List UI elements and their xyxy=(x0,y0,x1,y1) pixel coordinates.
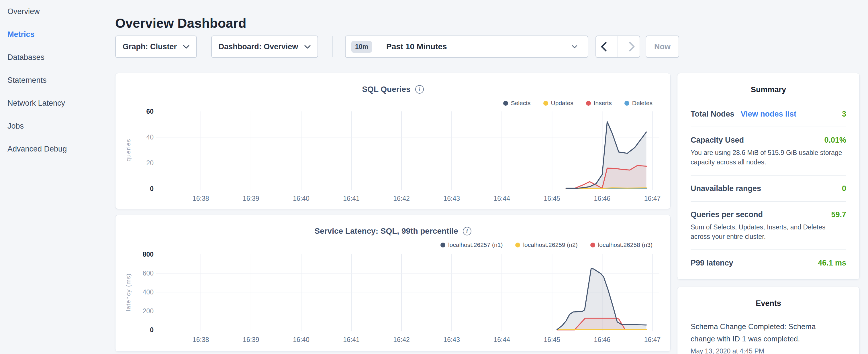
svg-text:16:41: 16:41 xyxy=(343,336,360,344)
summary-label: Capacity Used xyxy=(691,136,744,144)
summary-label: P99 latency xyxy=(691,259,733,267)
svg-text:16:39: 16:39 xyxy=(243,336,259,344)
time-nav-group xyxy=(595,35,640,58)
chevron-down-icon xyxy=(572,45,578,49)
time-forward-button[interactable] xyxy=(624,36,640,57)
summary-value: 59.7 xyxy=(831,210,846,219)
svg-text:60: 60 xyxy=(146,108,154,115)
svg-text:16:42: 16:42 xyxy=(393,195,410,202)
chevron-down-icon xyxy=(183,45,189,49)
sidebar-item-statements[interactable]: Statements xyxy=(0,69,115,92)
summary-value: 0.01% xyxy=(824,136,846,144)
svg-text:600: 600 xyxy=(143,269,154,277)
view-nodes-list-link[interactable]: View nodes list xyxy=(741,110,797,119)
svg-text:16:45: 16:45 xyxy=(544,195,560,202)
event-timestamp: May 13, 2020 at 4:45 PM xyxy=(691,347,846,354)
sidebar-item-overview[interactable]: Overview xyxy=(0,0,115,23)
time-range-dropdown[interactable]: 10m Past 10 Minutes xyxy=(345,35,588,58)
page-title: Overview Dashboard xyxy=(115,15,246,31)
summary-label: Total Nodes xyxy=(691,110,735,119)
summary-value: 46.1 ms xyxy=(818,259,846,267)
svg-text:latency (ms): latency (ms) xyxy=(125,273,131,311)
sidebar: Overview Metrics Databases Statements Ne… xyxy=(0,0,115,160)
svg-text:16:47: 16:47 xyxy=(644,336,661,344)
dashboard-label: Dashboard: Overview xyxy=(219,42,298,51)
svg-text:16:44: 16:44 xyxy=(494,195,510,202)
sql-queries-plot[interactable]: 16:3816:3916:4016:4116:4216:4316:4416:45… xyxy=(116,73,671,210)
graph-source-label: Graph: Cluster xyxy=(123,42,177,51)
time-range-badge: 10m xyxy=(351,41,372,53)
summary-row-total-nodes: Total Nodes View nodes list 3 xyxy=(691,110,846,119)
svg-text:16:40: 16:40 xyxy=(293,336,309,344)
svg-text:16:46: 16:46 xyxy=(594,195,611,202)
summary-value: 3 xyxy=(842,110,846,119)
svg-text:0: 0 xyxy=(150,185,154,192)
svg-text:16:42: 16:42 xyxy=(393,336,410,344)
service-latency-chart-panel: Service Latency: SQL, 99th percentile i … xyxy=(115,215,671,352)
summary-label: Unavailable ranges xyxy=(691,184,761,193)
summary-description: You are using 28.6 MiB of 515.9 GiB usab… xyxy=(691,148,846,167)
svg-text:16:46: 16:46 xyxy=(594,336,611,344)
svg-text:20: 20 xyxy=(146,159,154,167)
sidebar-item-advanced-debug[interactable]: Advanced Debug xyxy=(0,137,115,160)
metrics-page: Overview Metrics Databases Statements Ne… xyxy=(0,0,868,354)
arrow-separator xyxy=(618,36,618,57)
time-range-label: Past 10 Minutes xyxy=(386,42,447,51)
event-message[interactable]: Schema Change Completed: Schema change w… xyxy=(691,321,823,345)
chevron-right-icon xyxy=(629,42,635,52)
svg-text:16:43: 16:43 xyxy=(443,336,460,344)
sidebar-item-network-latency[interactable]: Network Latency xyxy=(0,92,115,115)
sidebar-item-databases[interactable]: Databases xyxy=(0,46,115,69)
summary-body: Total Nodes View nodes list 3 Capacity U… xyxy=(677,110,859,267)
toolbar-divider xyxy=(333,36,333,57)
svg-text:16:43: 16:43 xyxy=(443,195,460,202)
events-title: Events xyxy=(677,287,859,308)
chevron-left-icon xyxy=(601,42,607,52)
time-back-button[interactable] xyxy=(596,36,611,57)
summary-label: Queries per second xyxy=(691,210,763,219)
divider xyxy=(691,175,846,175)
svg-text:40: 40 xyxy=(146,133,154,141)
events-panel: Events Schema Change Completed: Schema c… xyxy=(677,287,860,354)
svg-text:16:41: 16:41 xyxy=(343,195,360,202)
dashboard-dropdown[interactable]: Dashboard: Overview xyxy=(211,35,318,58)
svg-text:16:39: 16:39 xyxy=(243,195,259,202)
svg-text:400: 400 xyxy=(143,288,154,296)
summary-panel: Summary Total Nodes View nodes list 3 Ca… xyxy=(677,73,860,280)
now-button[interactable]: Now xyxy=(646,35,679,58)
svg-text:16:38: 16:38 xyxy=(192,336,209,344)
summary-value: 0 xyxy=(842,184,846,193)
summary-title: Summary xyxy=(677,73,859,94)
service-latency-plot[interactable]: 16:3816:3916:4016:4116:4216:4316:4416:45… xyxy=(116,215,671,352)
summary-row-p99-latency: P99 latency 46.1 ms xyxy=(691,259,846,267)
sidebar-item-jobs[interactable]: Jobs xyxy=(0,115,115,137)
svg-text:queries: queries xyxy=(125,139,131,161)
summary-row-qps: Queries per second 59.7 xyxy=(691,210,846,219)
divider xyxy=(691,201,846,202)
svg-text:16:47: 16:47 xyxy=(644,195,661,202)
svg-text:16:44: 16:44 xyxy=(494,336,510,344)
divider xyxy=(691,127,846,127)
summary-row-capacity: Capacity Used 0.01% xyxy=(691,136,846,144)
svg-text:200: 200 xyxy=(143,307,154,315)
divider xyxy=(691,250,846,250)
summary-description: Sum of Selects, Updates, Inserts, and De… xyxy=(691,223,846,242)
sql-queries-chart-panel: SQL Queries i Selects Updates Inserts De… xyxy=(115,73,671,209)
svg-text:800: 800 xyxy=(143,251,154,258)
svg-text:16:40: 16:40 xyxy=(293,195,309,202)
sidebar-item-metrics[interactable]: Metrics xyxy=(0,23,115,46)
summary-row-unavailable-ranges: Unavailable ranges 0 xyxy=(691,184,846,193)
graph-source-dropdown[interactable]: Graph: Cluster xyxy=(115,35,197,58)
svg-text:0: 0 xyxy=(150,326,154,334)
chevron-down-icon xyxy=(304,45,311,49)
svg-text:16:38: 16:38 xyxy=(192,195,209,202)
svg-text:16:45: 16:45 xyxy=(544,336,560,344)
